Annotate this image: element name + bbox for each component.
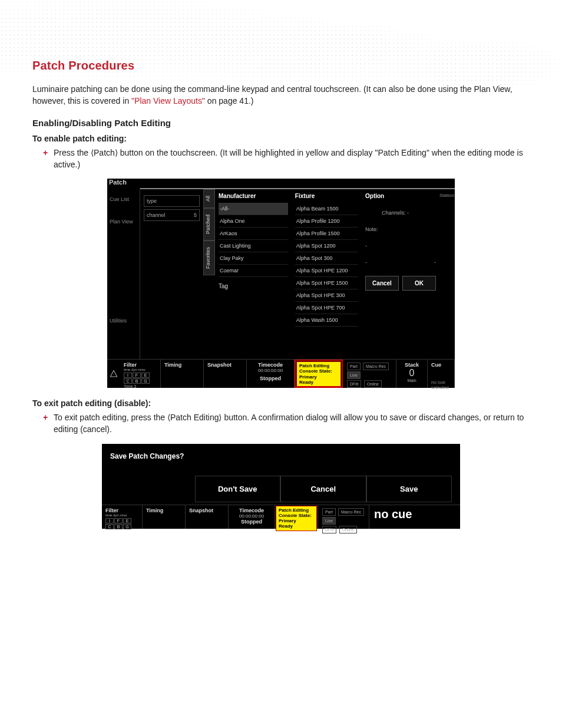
- filter-cell[interactable]: E: [123, 518, 131, 523]
- status-line-4: Ready: [279, 523, 314, 529]
- patch-editing-status-2[interactable]: Patch Editing Console State: Primary Rea…: [276, 506, 317, 531]
- patch-screen-figure: Patch Cue List Plan View Utilities type …: [107, 179, 455, 388]
- dont-save-button[interactable]: Don't Save: [195, 476, 281, 502]
- cancel-button[interactable]: Cancel: [280, 476, 366, 502]
- status-line-2: Console State:: [299, 368, 338, 374]
- exit-bullet-text: To exit patch editing, press the ⟨Patch …: [54, 411, 530, 436]
- channel-value: 5: [194, 212, 197, 218]
- status-line-1: Patch Editing: [299, 363, 338, 368]
- filter-grid-2[interactable]: I F E C B G: [105, 518, 138, 529]
- filter-cell[interactable]: B: [114, 524, 123, 529]
- save-button[interactable]: Save: [366, 476, 452, 502]
- pill-online[interactable]: Online: [364, 380, 382, 388]
- filter-cell[interactable]: E: [141, 373, 150, 378]
- note-label: Note:: [365, 226, 436, 232]
- channel-field[interactable]: channel 5: [144, 209, 200, 221]
- fixture-row[interactable]: Alpha Profile 1200: [295, 215, 358, 228]
- channels-value: -: [407, 210, 409, 216]
- nav-cue-list[interactable]: Cue List: [107, 188, 140, 210]
- plan-view-layouts-link[interactable]: "Plan View Layouts": [131, 96, 205, 106]
- filter-cell[interactable]: C: [105, 524, 114, 529]
- manufacturer-row[interactable]: -All-: [219, 203, 288, 215]
- tag-label: Tag: [219, 283, 288, 289]
- vtab-favorites[interactable]: Favorites: [203, 241, 215, 275]
- vtab-patched[interactable]: Patched: [203, 208, 215, 241]
- pill-macro-rec-2[interactable]: Macro Rec: [338, 508, 364, 516]
- intro-paragraph: Luminaire patching can be done using the…: [32, 83, 530, 107]
- manufacturer-row[interactable]: Cast Lighting: [219, 240, 288, 252]
- filter-sub-2: time dyn misc: [105, 513, 138, 517]
- timecode-label-2: Timecode: [232, 508, 271, 513]
- filter-cell[interactable]: B: [133, 378, 141, 384]
- timing-label-2[interactable]: Timing: [146, 508, 181, 513]
- exit-label: To exit patch editing (disable):: [32, 398, 530, 408]
- station-label: Station: [439, 189, 455, 359]
- pill-live-2[interactable]: Live: [322, 517, 336, 525]
- pill-part-2[interactable]: Part: [322, 508, 336, 516]
- ok-button[interactable]: OK: [402, 276, 436, 291]
- filter-cell[interactable]: I: [124, 373, 132, 378]
- status-line-2: Console State:: [279, 513, 314, 518]
- fixture-row[interactable]: Alpha Spot 300: [295, 252, 358, 265]
- option-dash-1: -: [365, 243, 436, 249]
- pill-live[interactable]: Live: [347, 371, 361, 379]
- snapshot-label-2[interactable]: Snapshot: [189, 508, 224, 513]
- filter-cell[interactable]: F: [114, 518, 123, 523]
- fixture-row[interactable]: Alpha Spot HPE 700: [295, 302, 358, 314]
- patch-editing-status[interactable]: Patch Editing Console State: Primary Rea…: [296, 361, 341, 387]
- filter-label: Filter: [124, 362, 157, 368]
- vtab-all[interactable]: All: [203, 189, 215, 208]
- filter-sub: time dyn misc: [124, 368, 157, 371]
- cancel-button[interactable]: Cancel: [365, 276, 399, 291]
- pill-part[interactable]: Part: [347, 363, 361, 370]
- save-patch-question: Save Patch Changes?: [110, 452, 452, 460]
- fixture-row[interactable]: Alpha Spot HPE 1500: [295, 277, 358, 289]
- intro-text-a: Luminaire patching can be done using the…: [32, 84, 513, 106]
- manufacturer-row[interactable]: Coemar: [219, 265, 288, 277]
- option-header: Option: [365, 193, 436, 199]
- fixture-header: Fixture: [295, 193, 358, 199]
- fixture-row[interactable]: Alpha Beam 1500: [295, 203, 358, 215]
- nav-plan-view[interactable]: Plan View: [107, 210, 140, 233]
- stack-value: 0: [400, 368, 424, 378]
- timing-label[interactable]: Timing: [164, 362, 200, 368]
- fixture-row[interactable]: Alpha Spot HPE 300: [295, 289, 358, 302]
- fixture-row[interactable]: Alpha Spot HPE 1200: [295, 265, 358, 277]
- fixture-row[interactable]: Alpha Profile 1500: [295, 228, 358, 240]
- type-field[interactable]: type: [144, 195, 200, 207]
- fixture-row[interactable]: Alpha Spot 1200: [295, 240, 358, 252]
- no-cue-text: no cue: [369, 505, 416, 529]
- time-label: Time: [124, 384, 133, 388]
- channels-label: Channels:: [382, 210, 406, 216]
- pill-dfilt-2[interactable]: DFilt: [322, 526, 336, 533]
- snapshot-label[interactable]: Snapshot: [207, 362, 243, 368]
- patch-left-fields: type channel 5: [140, 189, 203, 359]
- filter-cell[interactable]: G: [141, 378, 150, 384]
- pill-macro-rec[interactable]: Macro Rec: [363, 363, 389, 370]
- manufacturer-row[interactable]: ArKaos: [219, 228, 288, 240]
- status-line-3: Primary: [299, 374, 338, 380]
- timecode-value: 00:00:00:00: [250, 368, 290, 373]
- filter-label-2: Filter: [105, 508, 138, 513]
- alert-triangle-icon[interactable]: [107, 360, 120, 388]
- manufacturer-row[interactable]: Clay Paky: [219, 252, 288, 265]
- time-value: 3: [134, 384, 136, 388]
- pill-online-2[interactable]: Online: [339, 526, 357, 533]
- filter-cell[interactable]: G: [123, 524, 131, 529]
- no-cue-selected: no cue selected: [431, 368, 451, 390]
- status-line-4: Ready: [299, 380, 338, 385]
- main-label: Main: [400, 378, 424, 383]
- status-line-3: Primary: [279, 518, 314, 523]
- filter-cell[interactable]: C: [124, 378, 132, 384]
- filter-grid[interactable]: I F E C B G: [124, 373, 157, 384]
- nav-utilities[interactable]: Utilities: [107, 309, 140, 332]
- filter-cell[interactable]: F: [133, 373, 141, 378]
- manufacturer-row[interactable]: Alpha One: [219, 215, 288, 228]
- save-patch-dialog-figure: Save Patch Changes? Don't Save Cancel Sa…: [102, 444, 460, 529]
- bullet-plus-icon: +: [43, 147, 54, 171]
- fixture-row[interactable]: Alpha Wash 1500: [295, 314, 358, 327]
- pill-dfilt[interactable]: DFilt: [347, 380, 361, 388]
- enable-bullet-text: Press the ⟨Patch⟩ button on the touchscr…: [54, 147, 530, 171]
- filter-vertical-tabs: All Patched Favorites: [203, 189, 215, 359]
- filter-cell[interactable]: I: [105, 518, 114, 523]
